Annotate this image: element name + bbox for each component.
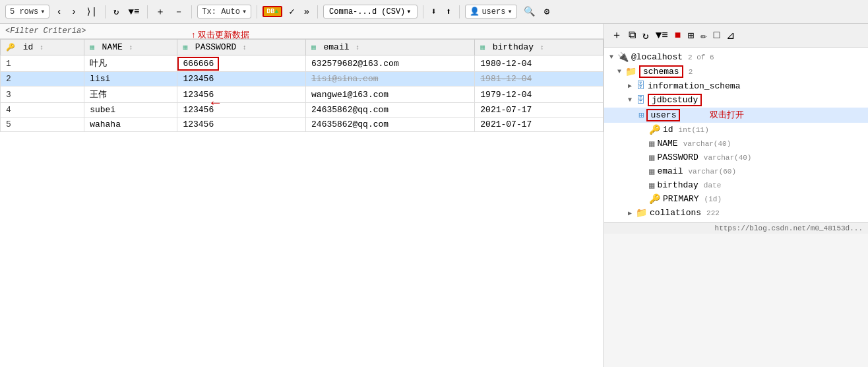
table-row[interactable]: 3 王伟 123456 wangwei@163.com 1979-12-04 [1, 86, 604, 103]
col-pwd-type: varchar(40) [704, 154, 752, 162]
cell-email-4[interactable]: 24635862@qq.com [306, 103, 475, 117]
tree-item-jdbcstudy[interactable]: ▼ 🗄 jdbcstudy [604, 92, 868, 108]
settings-icon[interactable]: ⚙ [542, 5, 552, 18]
table-row[interactable]: 4 subei 123456 24635862@qq.com 2021-07-1… [1, 103, 604, 117]
tree-container: ▼ 🔌 @localhost 2 of 6 ▼ 📁 schemas 2 ▶ 🗄 … [604, 48, 868, 222]
cell-pwd-5[interactable]: 123456 [177, 117, 306, 132]
info-schema-icon: 🗄 [636, 81, 645, 91]
cell-name-5[interactable]: wahaha [84, 117, 177, 132]
edit-icon[interactable]: ✏ [698, 28, 709, 44]
cell-email-2[interactable]: lisi@sina.com [306, 72, 475, 86]
expand-jdbc-icon: ▼ [628, 96, 632, 104]
col-email-name: email [657, 166, 683, 176]
arrow-icon[interactable]: » [301, 5, 312, 18]
db-tree: ▼ 🔌 @localhost 2 of 6 ▼ 📁 schemas 2 ▶ 🗄 … [604, 48, 868, 234]
refresh-icon[interactable]: ↻ [111, 5, 121, 18]
cell-id-3[interactable]: 3 [1, 86, 84, 103]
cell-email-5[interactable]: 24635862@qq.com [306, 117, 475, 132]
cell-email-3[interactable]: wangwei@163.com [306, 86, 475, 103]
cell-bday-1[interactable]: 1980-12-04 [475, 55, 604, 72]
col-name-icon: ▦ [649, 138, 654, 149]
cell-email-1[interactable]: 632579682@163.com [306, 55, 475, 72]
col-pwd-label: PASSWORD [195, 42, 236, 52]
col-email-icon: ▦ [649, 166, 654, 177]
tree-item-collations[interactable]: ▶ 📁 collations 222 [604, 206, 868, 220]
search-icon[interactable]: 🔍 [521, 5, 538, 18]
col-header-id[interactable]: 🔑 id ↕ [1, 40, 84, 55]
cell-name-2[interactable]: lisi [84, 72, 177, 86]
col-id-icon: 🔑 [649, 124, 660, 135]
import-icon[interactable]: ⬇ [429, 5, 439, 18]
filter-tree-icon[interactable]: ▼≡ [654, 28, 670, 43]
chevron-down-icon-4: ▾ [507, 7, 512, 17]
nav-prev-icon[interactable]: ‹ [53, 5, 64, 18]
tree-item-info-schema[interactable]: ▶ 🗄 information_schema [604, 79, 868, 92]
add-icon[interactable]: ＋ [609, 27, 624, 44]
sort-icon-bday[interactable]: ↕ [540, 44, 544, 51]
table-body: 1 叶凡 666666 632579682@163.com 1980-12-04… [1, 55, 604, 132]
remove-row-icon[interactable]: － [171, 5, 186, 19]
table-wrapper[interactable]: 🔑 id ↕ ▦ NAME ↕ ▦ PASSWORD [0, 39, 604, 367]
cell-name-1[interactable]: 叶凡 [84, 55, 177, 72]
col-primary-name: PRIMARY [663, 194, 699, 204]
cell-bday-4[interactable]: 2021-07-17 [475, 103, 604, 117]
table-row[interactable]: 2 lisi 123456 lisi@sina.com 1981-12-04 [1, 72, 604, 86]
filter-icon[interactable]: ▼≡ [126, 5, 142, 18]
cell-pwd-2[interactable]: 123456 [177, 72, 306, 86]
cell-bday-5[interactable]: 2021-07-17 [475, 117, 604, 132]
cell-id-2[interactable]: 2 [1, 72, 84, 86]
tx-selector[interactable]: Tx: Auto ▾ [197, 5, 251, 18]
grid-icon[interactable]: ⊞ [685, 28, 696, 44]
tree-item-col-primary[interactable]: 🔑 PRIMARY (id) [604, 192, 868, 206]
rows-label: 5 rows [10, 7, 38, 17]
table-row[interactable]: 1 叶凡 666666 632579682@163.com 1980-12-04 [1, 55, 604, 72]
tree-item-users[interactable]: ⊞ users [604, 108, 868, 123]
tree-item-schemas[interactable]: ▼ 📁 schemas 2 [604, 64, 868, 79]
status-url: https://blog.csdn.net/m0_48153d... [715, 224, 863, 232]
copy-icon[interactable]: ⧉ [627, 28, 638, 43]
col-header-birthday[interactable]: ▦ birthday ↕ [475, 40, 604, 55]
sort-icon-email[interactable]: ↕ [356, 44, 359, 51]
users-label: users [481, 7, 505, 17]
col-bday-label: birthday [493, 42, 534, 52]
tree-item-col-pwd[interactable]: ▦ PASSWORD varchar(40) [604, 150, 868, 164]
sort-icon-name[interactable]: ↕ [129, 44, 133, 51]
cell-bday-2[interactable]: 1981-12-04 [475, 72, 604, 86]
cell-id-4[interactable]: 4 [1, 103, 84, 117]
col-header-email[interactable]: ▦ email ↕ [306, 40, 475, 55]
tree-item-col-bday[interactable]: ▦ birthday date [604, 178, 868, 192]
sort-icon-id[interactable]: ↕ [40, 44, 44, 51]
db-badge[interactable]: DB ▲ [263, 6, 282, 17]
cell-pwd-1[interactable]: 666666 [177, 55, 306, 72]
nav-next-icon[interactable]: › [69, 5, 79, 18]
col-header-password[interactable]: ▦ PASSWORD ↕ [177, 40, 306, 55]
cell-pwd-3[interactable]: 123456 [177, 86, 306, 103]
sql-icon[interactable]: □ [712, 28, 722, 43]
cell-name-4[interactable]: subei [84, 103, 177, 117]
export-icon[interactable]: ⬆ [443, 5, 454, 18]
checkmark-icon[interactable]: ✓ [286, 5, 297, 18]
stop-icon[interactable]: ■ [673, 28, 683, 43]
table-row[interactable]: 5 wahaha 123456 24635862@qq.com 2021-07-… [1, 117, 604, 132]
right-toolbar: ＋ ⧉ ↻ ▼≡ ■ ⊞ ✏ □ ⊿ [604, 24, 868, 48]
users-selector[interactable]: 👤 users ▾ [465, 5, 516, 18]
data-table: 🔑 id ↕ ▦ NAME ↕ ▦ PASSWORD [0, 39, 604, 132]
csv-selector[interactable]: Comma-...d (CSV) ▾ [323, 5, 417, 18]
cell-pwd-4[interactable]: 123456 [177, 103, 306, 117]
tree-item-localhost[interactable]: ▼ 🔌 @localhost 2 of 6 [604, 50, 868, 64]
cell-bday-3[interactable]: 1979-12-04 [475, 86, 604, 103]
col-header-name[interactable]: ▦ NAME ↕ [84, 40, 177, 55]
tree-item-col-id[interactable]: 🔑 id int(11) [604, 123, 868, 137]
cell-id-5[interactable]: 5 [1, 117, 84, 132]
nav-last-icon[interactable]: ⟩| [83, 5, 100, 18]
sort-icon-pwd[interactable]: ↕ [243, 44, 247, 51]
rows-selector[interactable]: 5 rows ▾ [5, 5, 49, 18]
cell-id-1[interactable]: 1 [1, 55, 84, 72]
cell-name-3[interactable]: 王伟 [84, 86, 177, 103]
tree-item-col-email[interactable]: ▦ email varchar(60) [604, 164, 868, 178]
main-area: ↑ 双击更新数据 <Filter Criteria> 🔑 id ↕ [0, 24, 868, 367]
tree-item-col-name[interactable]: ▦ NAME varchar(40) [604, 137, 868, 150]
refresh-tree-icon[interactable]: ↻ [640, 28, 651, 44]
funnel-icon[interactable]: ⊿ [724, 28, 737, 44]
add-row-icon[interactable]: ＋ [153, 5, 168, 19]
